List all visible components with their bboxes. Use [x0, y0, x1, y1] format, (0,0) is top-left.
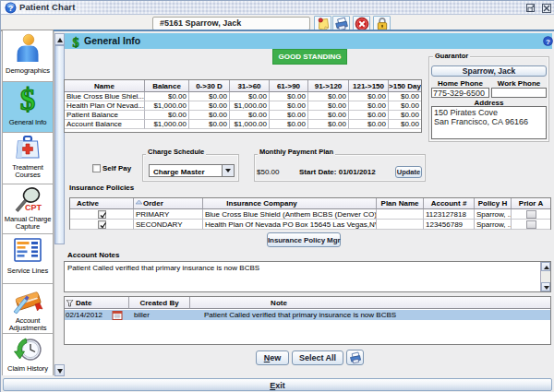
svg-text:$: $ [72, 35, 78, 48]
svg-text:$: $ [20, 85, 36, 114]
svg-text:CPT: CPT [25, 203, 42, 212]
svg-text:?: ? [8, 4, 14, 13]
svg-text:?: ? [546, 38, 550, 46]
